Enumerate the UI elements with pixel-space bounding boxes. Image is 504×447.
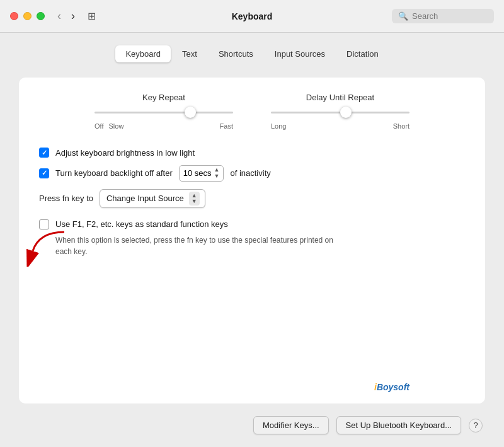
fn-section: Use F1, F2, etc. keys as standard functi…	[39, 219, 465, 257]
fn-key-label: Press fn key to	[39, 194, 93, 203]
search-icon: 🔍	[398, 11, 408, 21]
search-input[interactable]	[412, 11, 488, 21]
tab-input-sources[interactable]: Input Sources	[265, 45, 335, 62]
delay-repeat-group: Delay Until Repeat Long Short	[271, 93, 410, 130]
forward-button[interactable]: ›	[69, 8, 77, 24]
tab-text[interactable]: Text	[172, 45, 207, 62]
bottom-bar: Modifier Keys... Set Up Bluetooth Keyboa…	[19, 416, 485, 434]
brightness-checkbox[interactable]	[39, 148, 49, 158]
watermark: iBoysoft	[374, 382, 410, 392]
maximize-button[interactable]	[37, 12, 45, 20]
tab-shortcuts[interactable]: Shortcuts	[209, 45, 263, 62]
help-button[interactable]: ?	[469, 419, 483, 432]
key-repeat-max: Fast	[220, 122, 233, 130]
nav-buttons: ‹ ›	[55, 8, 77, 24]
title-bar: ‹ › ⊞ Keyboard 🔍	[0, 0, 504, 33]
delay-repeat-max: Short	[393, 122, 410, 130]
app-grid-icon[interactable]: ⊞	[88, 10, 96, 22]
delay-repeat-thumb[interactable]	[340, 107, 352, 118]
backlight-label: Turn keyboard backlight off after	[55, 168, 173, 178]
arrow-annotation	[26, 226, 71, 269]
delay-repeat-sublabels: Long Short	[271, 122, 410, 130]
sliders-row: Key Repeat Off Slow Fast Delay Until Rep…	[39, 93, 465, 130]
fn-key-value: Change Input Source	[106, 194, 184, 203]
key-repeat-mid: Slow	[108, 122, 123, 130]
close-button[interactable]	[10, 12, 18, 20]
back-button[interactable]: ‹	[55, 8, 64, 24]
backlight-row: Turn keyboard backlight off after 10 sec…	[39, 165, 465, 182]
delay-repeat-label: Delay Until Repeat	[306, 93, 374, 102]
inactivity-arrows: ▲ ▼	[214, 167, 220, 180]
key-repeat-group: Key Repeat Off Slow Fast	[94, 93, 233, 130]
key-repeat-track	[94, 112, 233, 113]
key-repeat-label: Key Repeat	[142, 93, 185, 102]
backlight-checkbox[interactable]	[39, 168, 49, 178]
key-repeat-thumb[interactable]	[185, 107, 196, 118]
red-arrow-icon	[26, 226, 71, 267]
delay-repeat-slider[interactable]	[271, 106, 410, 119]
brightness-label: Adjust keyboard brightness in low light	[55, 148, 195, 158]
setup-bluetooth-button[interactable]: Set Up Bluetooth Keyboard...	[336, 416, 461, 434]
inactivity-suffix: of inactivity	[230, 168, 270, 178]
key-repeat-sublabels: Off Slow Fast	[94, 122, 233, 130]
inactivity-value: 10 secs	[183, 168, 212, 178]
key-repeat-min: Off	[94, 122, 103, 130]
main-content: Keyboard Text Shortcuts Input Sources Di…	[0, 33, 504, 447]
settings-panel: Key Repeat Off Slow Fast Delay Until Rep…	[19, 78, 485, 403]
tab-bar: Keyboard Text Shortcuts Input Sources Di…	[19, 45, 485, 62]
window-title: Keyboard	[232, 11, 273, 21]
tab-dictation[interactable]: Dictation	[336, 45, 389, 62]
fn-key-select[interactable]: Change Input Source ▲ ▼	[100, 189, 205, 208]
modifier-keys-button[interactable]: Modifier Keys...	[253, 416, 329, 434]
tab-keyboard[interactable]: Keyboard	[115, 45, 171, 62]
minimize-button[interactable]	[23, 12, 32, 20]
fn-key-row: Press fn key to Change Input Source ▲ ▼	[39, 189, 465, 208]
fn-key-arrows: ▲ ▼	[189, 192, 200, 206]
inactivity-select[interactable]: 10 secs ▲ ▼	[179, 165, 224, 182]
traffic-lights	[10, 12, 45, 20]
fn-keys-description: When this option is selected, press the …	[55, 235, 465, 257]
fn-keys-label: Use F1, F2, etc. keys as standard functi…	[55, 219, 228, 229]
fn-checkbox-row: Use F1, F2, etc. keys as standard functi…	[39, 219, 465, 229]
delay-repeat-track	[271, 112, 410, 113]
delay-repeat-min: Long	[271, 122, 286, 130]
search-box[interactable]: 🔍	[392, 9, 494, 23]
key-repeat-slider[interactable]	[94, 106, 233, 119]
brightness-row: Adjust keyboard brightness in low light	[39, 148, 465, 158]
